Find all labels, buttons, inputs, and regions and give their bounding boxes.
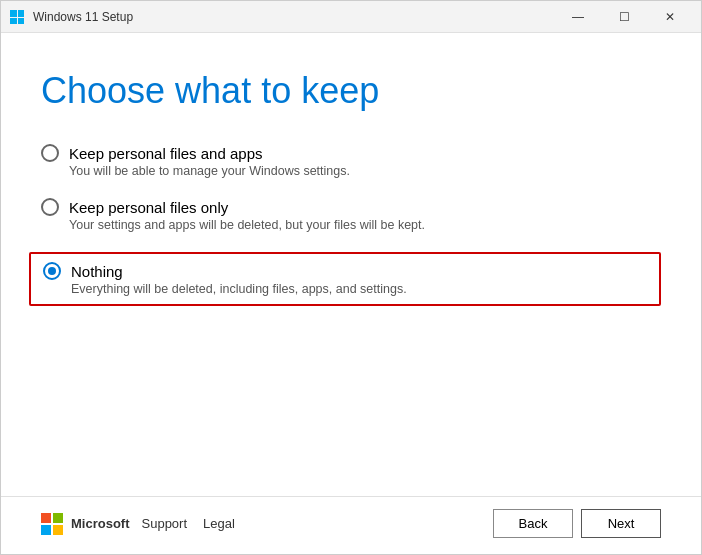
microsoft-logo: [41, 513, 63, 535]
svg-rect-3: [18, 18, 24, 24]
option-row-1: Keep personal files and apps: [41, 144, 661, 162]
svg-rect-1: [18, 10, 24, 17]
maximize-button[interactable]: ☐: [601, 1, 647, 33]
svg-rect-0: [10, 10, 17, 17]
radio-keep-files-apps[interactable]: [41, 144, 59, 162]
window-icon: [9, 9, 25, 25]
logo-q4: [53, 525, 63, 535]
window-controls: — ☐ ✕: [555, 1, 693, 33]
radio-inner-nothing: [48, 267, 56, 275]
page-title: Choose what to keep: [41, 69, 661, 112]
window: Windows 11 Setup — ☐ ✕ Choose what to ke…: [0, 0, 702, 555]
svg-rect-2: [10, 18, 17, 24]
logo-q3: [41, 525, 51, 535]
legal-link[interactable]: Legal: [203, 516, 235, 531]
option-keep-files-apps[interactable]: Keep personal files and apps You will be…: [41, 144, 661, 178]
option-row-3: Nothing: [43, 262, 647, 280]
option-keep-files-only[interactable]: Keep personal files only Your settings a…: [41, 198, 661, 232]
radio-keep-files-only[interactable]: [41, 198, 59, 216]
option-row-2: Keep personal files only: [41, 198, 661, 216]
option-desc-2: Your settings and apps will be deleted, …: [69, 218, 661, 232]
title-bar: Windows 11 Setup — ☐ ✕: [1, 1, 701, 33]
footer-buttons: Back Next: [493, 509, 661, 538]
option-label-2: Keep personal files only: [69, 199, 228, 216]
radio-nothing[interactable]: [43, 262, 61, 280]
support-link[interactable]: Support: [142, 516, 188, 531]
minimize-button[interactable]: —: [555, 1, 601, 33]
option-desc-3: Everything will be deleted, including fi…: [71, 282, 647, 296]
option-desc-1: You will be able to manage your Windows …: [69, 164, 661, 178]
option-nothing[interactable]: Nothing Everything will be deleted, incl…: [29, 252, 661, 306]
option-label-1: Keep personal files and apps: [69, 145, 262, 162]
window-title: Windows 11 Setup: [33, 10, 555, 24]
option-label-3: Nothing: [71, 263, 123, 280]
logo-q2: [53, 513, 63, 523]
brand-name: Microsoft: [71, 516, 130, 531]
footer-logo: Microsoft: [41, 513, 130, 535]
main-content: Choose what to keep Keep personal files …: [1, 33, 701, 496]
footer: Microsoft Support Legal Back Next: [1, 496, 701, 554]
logo-q1: [41, 513, 51, 523]
back-button[interactable]: Back: [493, 509, 573, 538]
options-list: Keep personal files and apps You will be…: [41, 144, 661, 306]
footer-links: Support Legal: [142, 516, 235, 531]
close-button[interactable]: ✕: [647, 1, 693, 33]
next-button[interactable]: Next: [581, 509, 661, 538]
